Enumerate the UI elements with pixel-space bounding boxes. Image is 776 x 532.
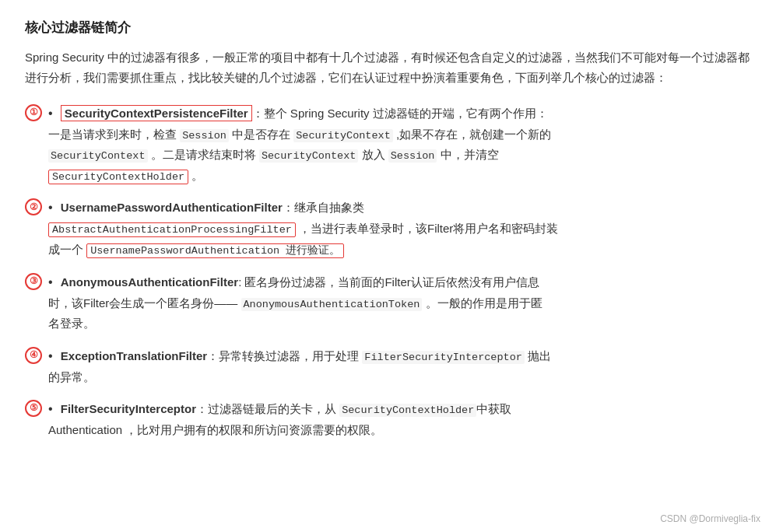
- filter-name-4: ExceptionTranslationFilter: [61, 349, 207, 362]
- bullet-5: •: [48, 402, 53, 415]
- filter-name-1: SecurityContextPersistenceFilter: [61, 105, 252, 121]
- filter-desc-3a: : 匿名身份过滤器，当前面的Filter认证后依然没有用户信息: [238, 275, 539, 289]
- filter-content-5: • FilterSecurityInterceptor：过滤器链最后的关卡，从 …: [48, 398, 751, 440]
- filter-item-2: ② • UsernamePasswordAuthenticationFilter…: [25, 197, 751, 260]
- abstract-auth-box: AbstractAuthenticationProcessingFilter: [48, 222, 296, 237]
- circle-3: ③: [25, 273, 42, 290]
- filter-desc-1c: 一是当请求到来时，检查 Session 中是否存在 SecurityContex…: [48, 128, 551, 141]
- circle-2: ②: [25, 198, 42, 215]
- security-context-code: SecurityContext: [48, 149, 148, 163]
- bullet-4: •: [48, 349, 53, 362]
- filter-desc-2a: ：继承自抽象类: [283, 201, 364, 214]
- filter-name-5: FilterSecurityInterceptor: [61, 402, 196, 415]
- filter-item-5: ⑤ • FilterSecurityInterceptor：过滤器链最后的关卡，…: [25, 398, 751, 440]
- filter-list: ① • SecurityContextPersistenceFilter：整个 …: [25, 103, 751, 441]
- filter-name-2: UsernamePasswordAuthenticationFilter: [61, 201, 283, 214]
- filter-content-4: • ExceptionTranslationFilter：异常转换过滤器，用于处…: [48, 345, 751, 387]
- filter-content-2: • UsernamePasswordAuthenticationFilter：继…: [48, 197, 751, 260]
- filter-item-4: ④ • ExceptionTranslationFilter：异常转换过滤器，用…: [25, 345, 751, 387]
- filter-desc-2b: ，当进行表单登录时，该Filter将用户名和密码封装: [296, 222, 559, 235]
- filter-desc-3b: 时，该Filter会生成一个匿名身份—— AnonymousAuthentica…: [48, 296, 542, 310]
- filter-desc-1d: 。二是请求结束时将 SecurityContext 放入 Session 中，并…: [148, 148, 499, 161]
- filter-content-1: • SecurityContextPersistenceFilter：整个 Sp…: [48, 103, 751, 187]
- circle-5: ⑤: [25, 400, 42, 417]
- filter-item-3: ③ • AnonymousAuthenticationFilter: 匿名身份过…: [25, 271, 751, 334]
- filter-desc-4b: 的异常。: [48, 370, 95, 383]
- watermark: CSDN @Dormiveglia-fix: [660, 513, 760, 524]
- username-password-auth-box: UsernamePasswordAuthentication 进行验证。: [86, 243, 344, 258]
- filter-content-3: • AnonymousAuthenticationFilter: 匿名身份过滤器…: [48, 271, 751, 334]
- circle-4: ④: [25, 347, 42, 364]
- page-title: 核心过滤器链简介: [25, 19, 751, 37]
- filter-desc-1b: 整个 Spring Security 过滤器链的开端，它有两个作用：: [264, 107, 548, 120]
- security-context-holder-box: SecurityContextHolder: [48, 170, 188, 184]
- bullet-3: •: [48, 275, 53, 289]
- filter-desc-1a: ：: [252, 107, 264, 120]
- filter-desc-5b: Authentication ，比对用户拥有的权限和所访问资源需要的权限。: [48, 423, 382, 436]
- filter-desc-4a: ：异常转换过滤器，用于处理 FilterSecurityInterceptor …: [207, 349, 551, 362]
- circle-1: ①: [25, 104, 42, 121]
- filter-desc-3c: 名登录。: [48, 317, 95, 330]
- filter-item-1: ① • SecurityContextPersistenceFilter：整个 …: [25, 103, 751, 187]
- filter-desc-2c: 成一个 UsernamePasswordAuthentication 进行验证。: [48, 243, 344, 256]
- bullet-2: •: [48, 201, 53, 214]
- filter-desc-5a: ：过滤器链最后的关卡，从 SecurityContextHolder中获取: [196, 402, 511, 415]
- filter-desc-1e: 。: [188, 169, 203, 182]
- bullet-1: •: [48, 107, 53, 120]
- intro-paragraph: Spring Security 中的过滤器有很多，一般正常的项目中都有十几个过滤…: [25, 47, 751, 89]
- filter-name-3: AnonymousAuthenticationFilter: [61, 275, 238, 289]
